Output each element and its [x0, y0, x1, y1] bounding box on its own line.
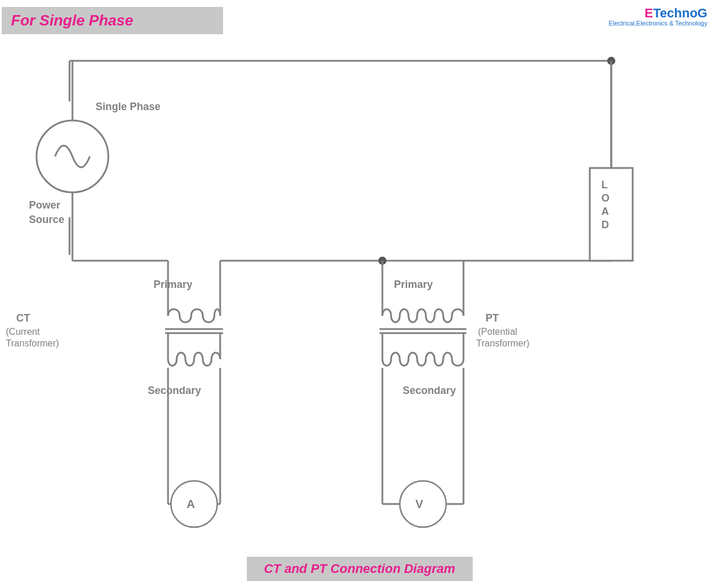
load-label-a: A	[601, 206, 609, 217]
ct-primary-label: Primary	[154, 279, 192, 290]
load-label-o: O	[601, 192, 609, 204]
load-box	[590, 168, 633, 261]
single-phase-label: Single Phase	[96, 101, 160, 112]
ct-secondary-label: Secondary	[148, 385, 201, 396]
pt-secondary-label: Secondary	[403, 385, 456, 396]
bottom-title: CT and PT Connection Diagram	[264, 561, 455, 576]
ammeter-label: A	[187, 498, 195, 510]
bottom-banner: CT and PT Connection Diagram	[246, 557, 472, 581]
circuit-diagram: .wire { stroke: #808080; stroke-width: 3…	[0, 0, 719, 588]
pt-full-label1: (Potential	[478, 327, 517, 337]
ct-full-label1: (Current	[6, 327, 40, 337]
pt-primary-label: Primary	[394, 279, 433, 290]
ct-secondary-coil	[168, 353, 220, 366]
diagram-container: For Single Phase ETechnoG Electrical,Ele…	[0, 0, 719, 588]
pt-label: PT	[486, 312, 499, 324]
load-label-l: L	[601, 179, 608, 191]
load-label-d: D	[601, 219, 609, 231]
ct-label: CT	[16, 312, 30, 324]
voltmeter-label: V	[415, 498, 424, 510]
pt-full-label2: Transformer)	[476, 338, 530, 348]
ct-primary-coil	[168, 309, 220, 323]
power-source-label-line2: Source	[29, 214, 64, 225]
pt-secondary-coil	[382, 353, 463, 366]
pt-primary-coil	[382, 309, 463, 323]
power-source-label-line1: Power	[29, 199, 60, 211]
ct-full-label2: Transformer)	[6, 338, 59, 348]
